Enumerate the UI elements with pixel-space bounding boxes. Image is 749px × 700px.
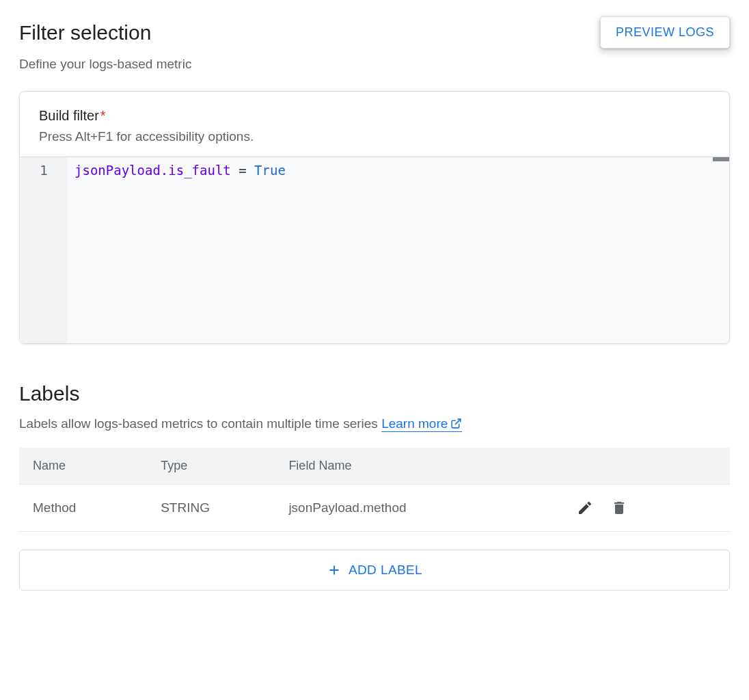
edit-label-button[interactable]	[573, 496, 597, 520]
filter-section-title: Filter selection	[19, 21, 151, 44]
labels-table: Name Type Field Name Method STRING jsonP…	[19, 448, 730, 532]
col-header-name: Name	[19, 448, 147, 485]
external-link-icon	[450, 418, 462, 429]
add-label-button[interactable]: ADD LABEL	[19, 550, 730, 591]
line-number: 1	[20, 163, 68, 178]
labels-section-title: Labels	[19, 382, 730, 405]
labels-table-header-row: Name Type Field Name	[19, 448, 730, 485]
build-filter-label: Build filter*	[39, 108, 710, 124]
editor-content[interactable]: jsonPayload.is_fault = True	[68, 157, 729, 343]
col-header-field: Field Name	[275, 448, 559, 485]
accessibility-hint: Press Alt+F1 for accessibility options.	[39, 129, 710, 144]
cell-type: STRING	[147, 485, 275, 532]
required-indicator: *	[100, 108, 106, 123]
svg-line-0	[455, 419, 461, 425]
col-header-type: Type	[147, 448, 275, 485]
editor-gutter: 1	[20, 157, 68, 343]
editor-scrollbar-indicator	[713, 157, 729, 161]
col-header-actions	[559, 448, 730, 485]
add-label-text: ADD LABEL	[349, 563, 422, 578]
trash-icon	[611, 500, 627, 516]
delete-label-button[interactable]	[607, 496, 631, 520]
pencil-icon	[577, 500, 593, 516]
plus-icon	[327, 563, 342, 578]
table-row: Method STRING jsonPayload.method	[19, 485, 730, 532]
filter-section-subtitle: Define your logs-based metric	[19, 57, 730, 72]
labels-section-subtitle: Labels allow logs-based metrics to conta…	[19, 416, 730, 431]
cell-field: jsonPayload.method	[275, 485, 559, 532]
preview-logs-button[interactable]: PREVIEW LOGS	[600, 16, 730, 49]
cell-name: Method	[19, 485, 147, 532]
learn-more-link[interactable]: Learn more	[381, 416, 462, 432]
filter-code-editor[interactable]: 1 jsonPayload.is_fault = True	[20, 157, 729, 343]
build-filter-card: Build filter* Press Alt+F1 for accessibi…	[19, 91, 730, 344]
